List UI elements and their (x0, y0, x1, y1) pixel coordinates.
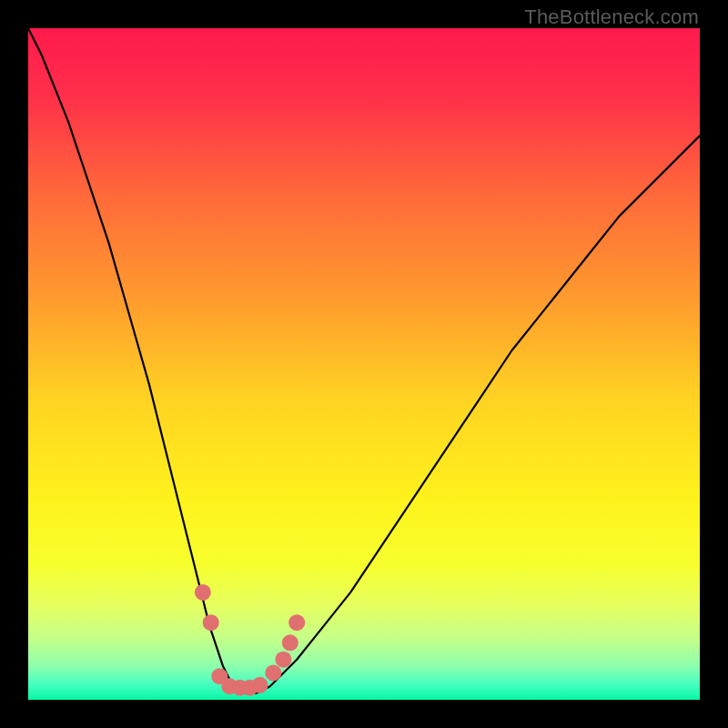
outer-frame: TheBottleneck.com (0, 0, 728, 728)
watermark-text: TheBottleneck.com (524, 5, 699, 29)
chart-canvas (28, 28, 700, 700)
plot-area (28, 28, 700, 700)
